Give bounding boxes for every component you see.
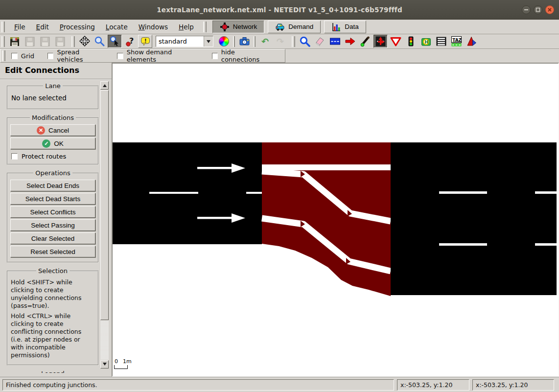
- clear-selected-button[interactable]: Clear Selected: [10, 232, 95, 244]
- scale-zero-label: 0: [115, 358, 118, 365]
- chevron-down-icon: [207, 40, 210, 45]
- ok-check-icon: ✓: [42, 139, 50, 148]
- zoom-to-cursor-button[interactable]: [108, 35, 122, 48]
- menu-processing[interactable]: Processing: [55, 21, 99, 33]
- toolbar-grip-2[interactable]: [71, 36, 75, 47]
- toolbar-grip-5[interactable]: [292, 36, 295, 47]
- reset-selected-button[interactable]: Reset Selected: [10, 246, 95, 257]
- tab-network[interactable]: Network: [212, 21, 265, 33]
- select-passing-button[interactable]: Select Passing: [10, 219, 95, 231]
- lane-groupbox-title: Lane: [43, 82, 62, 90]
- scroll-down-button[interactable]: [100, 360, 109, 369]
- operations-groupbox-title: Operations: [33, 169, 72, 177]
- svg-text:TAZ: TAZ: [452, 38, 462, 43]
- save-network-button[interactable]: [7, 35, 22, 48]
- menubar-grip[interactable]: [1, 22, 5, 32]
- snapshot-button[interactable]: [237, 35, 252, 48]
- connection-mode-icon: [375, 36, 386, 47]
- ok-button[interactable]: ✓ OK: [10, 138, 95, 149]
- scale-bar: 0 1m: [115, 358, 132, 369]
- red-arrow-icon: [345, 36, 356, 47]
- coloring-scheme-combobox[interactable]: standard: [156, 36, 213, 47]
- ok-label: OK: [54, 140, 64, 147]
- spread-vehicles-label: Spread vehicles: [57, 48, 104, 63]
- tab-data[interactable]: Data: [324, 21, 366, 33]
- grid-checkbox[interactable]: [11, 53, 18, 59]
- right-road-edge[interactable]: [391, 142, 557, 295]
- tooltips-button[interactable]: !: [138, 35, 152, 48]
- options-grip[interactable]: [2, 50, 5, 61]
- mode-prohibition-button[interactable]: [389, 35, 403, 48]
- operations-groupbox: Operations Select Dead Ends Select Dead …: [7, 169, 99, 263]
- save-data-button[interactable]: [53, 35, 67, 48]
- menu-windows[interactable]: Windows: [134, 21, 172, 33]
- scrollbar-thumb[interactable]: [100, 90, 109, 320]
- tooltip-bubble-icon: !: [140, 36, 151, 47]
- close-icon: [547, 7, 552, 12]
- edit-coloring-schemes-button[interactable]: [217, 35, 231, 48]
- recenter-view-button[interactable]: [77, 35, 92, 48]
- minimize-button[interactable]: [522, 5, 531, 14]
- titlebar[interactable]: 1extraLane_network.net.xml - NETEDIT v1_…: [0, 0, 559, 20]
- save-data-icon-disabled: [55, 36, 66, 47]
- zoom-button[interactable]: [93, 35, 107, 48]
- lane-groupbox: Lane No lane selected: [7, 82, 99, 110]
- camera-icon: [239, 36, 250, 47]
- spread-vehicles-checkbox[interactable]: [47, 53, 53, 59]
- selection-hint-shift: Hold <SHIFT> while clicking to create un…: [11, 278, 95, 310]
- cancel-label: Cancel: [48, 127, 69, 134]
- save-demand-button[interactable]: [38, 35, 52, 48]
- cancel-button[interactable]: ✕ Cancel: [10, 124, 95, 136]
- scrollbar-track[interactable]: [100, 321, 109, 360]
- left-road-edge[interactable]: [113, 142, 262, 244]
- select-dead-ends-button[interactable]: Select Dead Ends: [10, 180, 95, 191]
- undo-button[interactable]: ↶: [258, 35, 272, 48]
- mode-additional-button[interactable]: H: [419, 35, 433, 48]
- menu-help[interactable]: Help: [174, 21, 198, 33]
- mode-traffic-light-button[interactable]: [404, 35, 418, 48]
- svg-text:?: ?: [129, 36, 134, 46]
- toolbar-grip-3[interactable]: [233, 36, 235, 47]
- eraser-icon: [314, 36, 326, 47]
- panel-scrollbar[interactable]: [100, 81, 109, 369]
- junction-body[interactable]: [262, 142, 391, 296]
- selected-edge-icon: [329, 36, 341, 47]
- mode-inspect-button[interactable]: [298, 35, 312, 48]
- select-conflicts-button[interactable]: Select Conflicts: [10, 206, 95, 218]
- mode-delete-button[interactable]: [313, 35, 327, 48]
- tab-demand[interactable]: Demand: [268, 21, 321, 33]
- mode-create-edge-button[interactable]: [358, 35, 373, 48]
- scroll-up-button[interactable]: [100, 81, 109, 90]
- toolbar: ? ! standard ↶ ↷: [0, 34, 559, 49]
- protect-routes-checkbox[interactable]: [11, 153, 18, 160]
- toolbar-grip-1[interactable]: [1, 36, 5, 47]
- mode-shape-button[interactable]: [465, 35, 479, 48]
- tabs-grip[interactable]: [203, 22, 207, 32]
- tab-demand-label: Demand: [288, 23, 313, 30]
- help-button[interactable]: ?: [123, 35, 137, 48]
- close-button[interactable]: [545, 5, 554, 14]
- menu-edit[interactable]: Edit: [32, 21, 53, 33]
- bus-stop-icon: H: [420, 36, 432, 47]
- mode-taz-button[interactable]: TAZ: [449, 35, 464, 48]
- save-additionals-button[interactable]: [23, 35, 37, 48]
- select-dead-starts-button[interactable]: Select Dead Starts: [10, 193, 95, 205]
- menu-file[interactable]: File: [10, 21, 30, 33]
- network-view[interactable]: 0 1m: [113, 64, 558, 376]
- mode-move-button[interactable]: [343, 35, 357, 48]
- network-canvas[interactable]: 0 1m: [112, 63, 559, 377]
- mode-connection-button[interactable]: [373, 35, 388, 48]
- menu-locate[interactable]: Locate: [101, 21, 132, 33]
- mode-select-button[interactable]: [328, 35, 342, 48]
- hide-connections-checkbox[interactable]: [212, 53, 218, 59]
- grid-label: Grid: [21, 52, 34, 60]
- save-additionals-icon-disabled: [24, 36, 35, 47]
- svg-text:H: H: [425, 39, 429, 45]
- redo-button[interactable]: ↷: [273, 35, 287, 48]
- zebra-crossing-icon: [436, 36, 447, 47]
- coloring-scheme-dropdown-button[interactable]: [204, 36, 213, 46]
- mode-crossing-button[interactable]: [434, 35, 448, 48]
- maximize-button[interactable]: [534, 5, 542, 14]
- show-demand-elements-checkbox[interactable]: [117, 53, 123, 59]
- toolbar-grip-4[interactable]: [254, 36, 256, 47]
